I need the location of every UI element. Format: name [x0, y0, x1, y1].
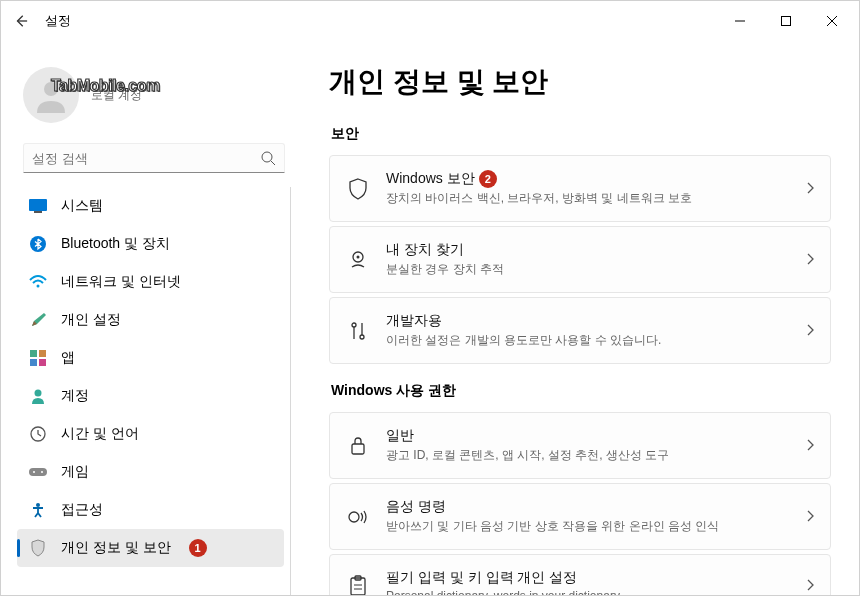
badge-2: 2	[479, 170, 497, 188]
svg-rect-13	[30, 359, 37, 366]
sidebar-item-network[interactable]: 네트워크 및 인터넷	[17, 263, 284, 301]
card-developers[interactable]: 개발자용 이러한 설정은 개발의 용도로만 사용할 수 있습니다.	[329, 297, 831, 364]
card-title: Windows 보안	[386, 170, 475, 188]
nav-list: 시스템 Bluetooth 및 장치 네트워크 및 인터넷 개인 설정 앱 계정	[17, 187, 291, 595]
titlebar: 설정	[1, 1, 859, 41]
bluetooth-icon	[29, 235, 47, 253]
avatar	[23, 67, 79, 123]
sidebar-item-label: 계정	[61, 387, 89, 405]
sidebar-item-label: Bluetooth 및 장치	[61, 235, 170, 253]
search-input[interactable]	[32, 151, 260, 166]
card-title: 필기 입력 및 키 입력 개인 설정	[386, 569, 806, 587]
card-speech[interactable]: 음성 명령 받아쓰기 및 기타 음성 기반 상호 작용을 위한 온라인 음성 인…	[329, 483, 831, 550]
badge-1: 1	[189, 539, 207, 557]
wifi-icon	[29, 273, 47, 291]
card-title: 일반	[386, 427, 806, 445]
sidebar-item-label: 시스템	[61, 197, 103, 215]
svg-point-25	[360, 335, 364, 339]
back-button[interactable]	[5, 5, 37, 37]
lock-icon	[346, 434, 370, 458]
chevron-right-icon	[806, 577, 814, 595]
sidebar-item-accounts[interactable]: 계정	[17, 377, 284, 415]
sidebar-item-label: 네트워크 및 인터넷	[61, 273, 181, 291]
sidebar-item-system[interactable]: 시스템	[17, 187, 284, 225]
svg-rect-12	[39, 350, 46, 357]
minimize-button[interactable]	[717, 5, 763, 37]
svg-point-15	[35, 390, 42, 397]
accessibility-icon	[29, 501, 47, 519]
security-shield-icon	[346, 177, 370, 201]
sidebar-item-label: 게임	[61, 463, 89, 481]
page-title: 개인 정보 및 보안	[329, 63, 831, 101]
close-button[interactable]	[809, 5, 855, 37]
sidebar-item-label: 개인 정보 및 보안	[61, 539, 171, 557]
svg-rect-14	[39, 359, 46, 366]
sidebar-item-label: 시간 및 언어	[61, 425, 139, 443]
svg-point-23	[352, 323, 356, 327]
clipboard-icon	[346, 574, 370, 595]
card-general[interactable]: 일반 광고 ID, 로컬 콘텐츠, 앱 시작, 설정 추천, 생산성 도구	[329, 412, 831, 479]
chevron-right-icon	[806, 322, 814, 340]
chevron-right-icon	[806, 508, 814, 526]
sidebar-item-privacy[interactable]: 개인 정보 및 보안 1	[17, 529, 284, 567]
sidebar-item-label: 개인 설정	[61, 311, 121, 329]
chevron-right-icon	[806, 180, 814, 198]
chevron-right-icon	[806, 251, 814, 269]
gamepad-icon	[29, 463, 47, 481]
svg-rect-17	[29, 468, 47, 476]
speech-icon	[346, 505, 370, 529]
sidebar-item-accessibility[interactable]: 접근성	[17, 491, 284, 529]
clock-icon	[29, 425, 47, 443]
user-account-type: 로컬 계정	[91, 87, 142, 104]
chevron-right-icon	[806, 437, 814, 455]
brush-icon	[29, 311, 47, 329]
apps-icon	[29, 349, 47, 367]
account-icon	[29, 387, 47, 405]
card-windows-security[interactable]: Windows 보안2 장치의 바이러스 백신, 브라우저, 방화벽 및 네트워…	[329, 155, 831, 222]
window-controls	[717, 5, 855, 37]
search-box[interactable]	[23, 143, 285, 173]
sidebar-item-gaming[interactable]: 게임	[17, 453, 284, 491]
minimize-icon	[735, 16, 745, 26]
svg-point-10	[37, 285, 40, 288]
svg-rect-11	[30, 350, 37, 357]
svg-line-6	[271, 161, 275, 165]
sidebar-item-apps[interactable]: 앱	[17, 339, 284, 377]
card-find-device[interactable]: 내 장치 찾기 분실한 경우 장치 추적	[329, 226, 831, 293]
sidebar: 로컬 계정 TabMobile.com 시스템 Bluetooth 및 장치 네…	[1, 41, 301, 595]
person-icon	[31, 75, 71, 115]
svg-point-5	[262, 152, 272, 162]
search-icon	[260, 150, 276, 166]
window-title: 설정	[45, 12, 71, 30]
svg-rect-1	[782, 17, 791, 26]
back-arrow-icon	[14, 14, 28, 28]
svg-point-28	[349, 512, 359, 522]
card-sub: 받아쓰기 및 기타 음성 기반 상호 작용을 위한 온라인 음성 인식	[386, 518, 806, 535]
sidebar-item-time-language[interactable]: 시간 및 언어	[17, 415, 284, 453]
user-area[interactable]: 로컬 계정 TabMobile.com	[17, 49, 291, 143]
sidebar-item-label: 접근성	[61, 501, 103, 519]
maximize-icon	[781, 16, 791, 26]
main-panel: 개인 정보 및 보안 보안 Windows 보안2 장치의 바이러스 백신, 브…	[301, 41, 859, 595]
svg-rect-27	[352, 444, 364, 454]
card-title: 개발자용	[386, 312, 806, 330]
card-inking-typing[interactable]: 필기 입력 및 키 입력 개인 설정 Personal dictionary, …	[329, 554, 831, 595]
svg-point-18	[33, 471, 35, 473]
svg-point-19	[41, 471, 43, 473]
card-sub: 광고 ID, 로컬 콘텐츠, 앱 시작, 설정 추천, 생산성 도구	[386, 447, 806, 464]
maximize-button[interactable]	[763, 5, 809, 37]
card-sub: 장치의 바이러스 백신, 브라우저, 방화벽 및 네트워크 보호	[386, 190, 806, 207]
sidebar-item-personalization[interactable]: 개인 설정	[17, 301, 284, 339]
section-security-label: 보안	[331, 125, 831, 143]
card-title: 음성 명령	[386, 498, 806, 516]
system-icon	[29, 197, 47, 215]
card-title: 내 장치 찾기	[386, 241, 806, 259]
card-sub: 분실한 경우 장치 추적	[386, 261, 806, 278]
svg-rect-8	[34, 211, 42, 213]
sidebar-item-label: 앱	[61, 349, 75, 367]
shield-icon	[29, 539, 47, 557]
svg-rect-7	[29, 199, 47, 211]
sidebar-item-bluetooth[interactable]: Bluetooth 및 장치	[17, 225, 284, 263]
location-icon	[346, 248, 370, 272]
card-sub: 이러한 설정은 개발의 용도로만 사용할 수 있습니다.	[386, 332, 806, 349]
